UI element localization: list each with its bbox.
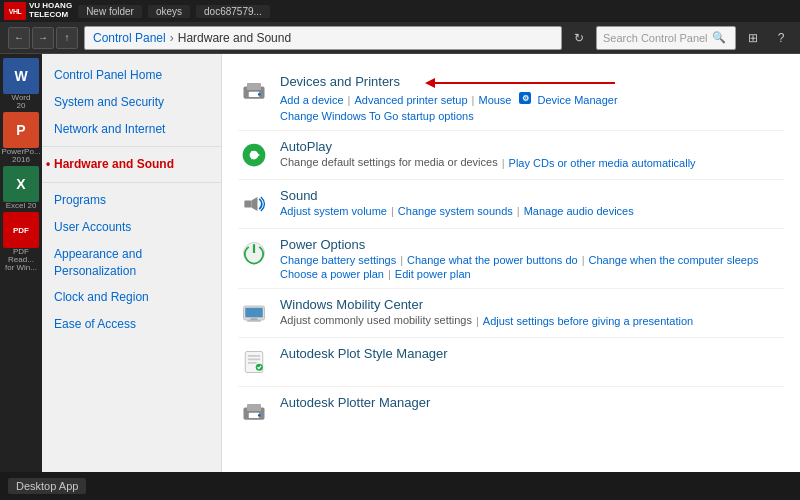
address-bar: ← → ↑ Control Panel › Hardware and Sound…: [0, 22, 800, 54]
autoplay-title[interactable]: AutoPlay: [280, 139, 784, 154]
power-options-icon: [238, 237, 270, 269]
app-icon-excel[interactable]: X: [3, 166, 39, 202]
autoplay-links: Change default settings for media or dev…: [280, 156, 784, 170]
content-area: Devices and Printers Add a device | Adva…: [222, 54, 800, 500]
link-add-device[interactable]: Add a device: [280, 94, 344, 106]
power-options-links1: Change battery settings | Change what th…: [280, 254, 784, 266]
desktop-app-button[interactable]: Desktop App: [8, 478, 86, 494]
power-options-title[interactable]: Power Options: [280, 237, 784, 252]
link-windows-to-go[interactable]: Change Windows To Go startup options: [280, 110, 474, 122]
svg-rect-17: [248, 355, 260, 357]
link-edit-power-plan[interactable]: Edit power plan: [395, 268, 471, 280]
mobility-center-desc: Adjust commonly used mobility settings: [280, 314, 472, 326]
sidebar-item-ease-access[interactable]: Ease of Access: [42, 311, 221, 338]
search-placeholder: Search Control Panel: [603, 32, 708, 44]
svg-rect-14: [251, 318, 258, 320]
autodesk-plot-title[interactable]: Autodesk Plot Style Manager: [280, 346, 784, 361]
help-icon[interactable]: ?: [770, 27, 792, 49]
sidebar-item-system-security[interactable]: System and Security: [42, 89, 221, 116]
sidebar-divider2: [42, 182, 221, 183]
svg-rect-13: [245, 308, 263, 318]
svg-rect-2: [249, 92, 260, 97]
svg-rect-23: [249, 413, 260, 418]
up-button[interactable]: ↑: [56, 27, 78, 49]
link-presentation-settings[interactable]: Adjust settings before giving a presenta…: [483, 315, 693, 327]
link-device-manager[interactable]: Device Manager: [538, 94, 618, 106]
svg-rect-15: [247, 320, 261, 322]
section-autodesk-plot: Autodesk Plot Style Manager: [238, 338, 784, 387]
bottom-taskbar: Desktop App: [0, 472, 800, 500]
app-label-pdf: PDF Read...for Win...: [0, 248, 42, 272]
app-group-word: W Word20: [3, 58, 39, 110]
svg-marker-10: [251, 197, 257, 211]
sound-title[interactable]: Sound: [280, 188, 784, 203]
back-button[interactable]: ←: [8, 27, 30, 49]
breadcrumb-control-panel[interactable]: Control Panel: [93, 31, 166, 45]
forward-button[interactable]: →: [32, 27, 54, 49]
app-icon-powerpoint[interactable]: P: [3, 112, 39, 148]
sidebar-item-network-internet[interactable]: Network and Internet: [42, 116, 221, 143]
power-options-links2: Choose a power plan | Edit power plan: [280, 268, 784, 280]
link-play-cds[interactable]: Play CDs or other media automatically: [509, 157, 696, 169]
sound-icon: [238, 188, 270, 220]
breadcrumb-hardware-sound: Hardware and Sound: [178, 31, 291, 45]
sep1: |: [348, 94, 351, 106]
sidebar-divider: [42, 146, 221, 147]
devices-printers-content: Devices and Printers Add a device | Adva…: [280, 74, 784, 122]
sidebar-item-hardware-sound[interactable]: Hardware and Sound: [42, 151, 221, 178]
breadcrumb-sep: ›: [170, 31, 174, 45]
taskbar-item-newfolder[interactable]: New folder: [78, 5, 142, 18]
link-audio-devices[interactable]: Manage audio devices: [524, 205, 634, 217]
autodesk-plotter-title[interactable]: Autodesk Plotter Manager: [280, 395, 784, 410]
section-autoplay: AutoPlay Change default settings for med…: [238, 131, 784, 180]
search-icon: 🔍: [712, 31, 726, 44]
view-icon[interactable]: ⊞: [742, 27, 764, 49]
devices-printers-links: Add a device | Advanced printer setup | …: [280, 91, 784, 108]
refresh-icon[interactable]: ↻: [568, 27, 590, 49]
app-group-powerpoint: P PowerPo...2016: [1, 112, 40, 164]
svg-text:⚙: ⚙: [521, 94, 528, 103]
link-choose-power-plan[interactable]: Choose a power plan: [280, 268, 384, 280]
section-autodesk-plotter: Autodesk Plotter Manager: [238, 387, 784, 435]
sound-content: Sound Adjust system volume | Change syst…: [280, 188, 784, 217]
app-icon-word[interactable]: W: [3, 58, 39, 94]
taskbar-item-doc[interactable]: doc687579...: [196, 5, 270, 18]
link-advanced-printer[interactable]: Advanced printer setup: [354, 94, 467, 106]
device-manager-icon-small: ⚙: [518, 91, 532, 108]
app-label-excel: Excel 20: [6, 202, 37, 210]
top-taskbar: VHL VU HOANG TELECOM New folder okeys do…: [0, 0, 800, 22]
mobility-center-content: Windows Mobility Center Adjust commonly …: [280, 297, 784, 328]
svg-rect-9: [244, 201, 251, 208]
link-power-buttons[interactable]: Change what the power buttons do: [407, 254, 578, 266]
search-input[interactable]: Search Control Panel 🔍: [596, 26, 736, 50]
svg-rect-22: [247, 404, 261, 411]
devices-printers-links2: Change Windows To Go startup options: [280, 110, 784, 122]
link-system-sounds[interactable]: Change system sounds: [398, 205, 513, 217]
logo-text: VU HOANG TELECOM: [29, 2, 72, 20]
sound-links: Adjust system volume | Change system sou…: [280, 205, 784, 217]
app-group-excel: X Excel 20: [3, 166, 39, 210]
sidebar-item-clock-region[interactable]: Clock and Region: [42, 284, 221, 311]
autoplay-sep: |: [502, 157, 505, 169]
link-computer-sleeps[interactable]: Change when the computer sleeps: [589, 254, 759, 266]
link-mouse[interactable]: Mouse: [478, 94, 511, 106]
sidebar-item-programs[interactable]: Programs: [42, 187, 221, 214]
devices-printers-title[interactable]: Devices and Printers: [280, 74, 400, 89]
left-app-strip: W Word20 P PowerPo...2016 X Excel 20 PDF…: [0, 54, 42, 500]
sidebar-item-appearance[interactable]: Appearance and Personalization: [42, 241, 221, 285]
app-icon-pdf[interactable]: PDF: [3, 212, 39, 248]
section-devices-printers: Devices and Printers Add a device | Adva…: [238, 66, 784, 131]
sidebar-item-user-accounts[interactable]: User Accounts: [42, 214, 221, 241]
breadcrumb: Control Panel › Hardware and Sound: [84, 26, 562, 50]
autodesk-plotter-icon: [238, 395, 270, 427]
svg-rect-1: [247, 83, 261, 90]
main-container: W Word20 P PowerPo...2016 X Excel 20 PDF…: [0, 54, 800, 500]
svg-point-24: [258, 414, 261, 417]
taskbar-item-okeys[interactable]: okeys: [148, 5, 190, 18]
autoplay-icon: [238, 139, 270, 171]
sidebar-item-control-panel-home[interactable]: Control Panel Home: [42, 62, 221, 89]
link-system-volume[interactable]: Adjust system volume: [280, 205, 387, 217]
link-change-battery[interactable]: Change battery settings: [280, 254, 396, 266]
sidebar: Control Panel Home System and Security N…: [42, 54, 222, 500]
mobility-center-title[interactable]: Windows Mobility Center: [280, 297, 784, 312]
